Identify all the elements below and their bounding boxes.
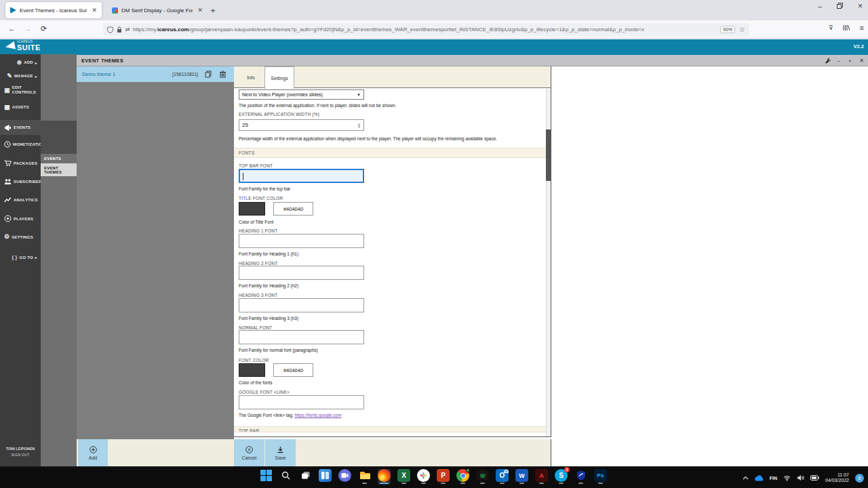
sidebar-item-packages[interactable]: PACKAGES xyxy=(0,157,41,169)
wrench-icon[interactable] xyxy=(825,58,831,64)
new-tab-button[interactable]: ＋ xyxy=(209,5,217,16)
reload-icon[interactable]: ⟳ xyxy=(41,24,47,33)
sidebar-item-manage[interactable]: ✎ MANAGE▸ xyxy=(0,71,41,81)
heading2-font-input[interactable] xyxy=(239,266,364,280)
number-stepper-icon[interactable]: ▲▼ xyxy=(357,123,361,128)
photoshop-button[interactable]: Ps xyxy=(594,469,607,485)
heading1-font-input[interactable] xyxy=(239,234,364,248)
spotify-button[interactable] xyxy=(476,469,489,485)
skype-button[interactable]: S1 xyxy=(555,469,568,485)
tab-settings[interactable]: Settings xyxy=(264,66,294,89)
form-scrollbar-thumb[interactable] xyxy=(546,129,551,181)
title-font-color-swatch[interactable] xyxy=(239,202,265,216)
tab-close-icon[interactable]: ✕ xyxy=(197,7,203,14)
save-button[interactable]: Save xyxy=(265,439,296,466)
forward-icon[interactable]: → xyxy=(24,24,32,33)
start-button[interactable] xyxy=(260,469,273,485)
minimize-portlet-icon[interactable]: – xyxy=(837,58,840,64)
window-minimize-button[interactable]: – xyxy=(818,3,822,10)
browser-tab-event-themes[interactable]: Event Themes - Icareus Suite ✕ xyxy=(5,2,102,18)
tab-info[interactable]: Info xyxy=(239,66,263,88)
icareus-suite-logo[interactable]: ICAREUS SUITE xyxy=(5,41,41,52)
clock[interactable]: 11:07 04/03/2022 xyxy=(825,472,849,483)
google-fonts-link[interactable]: https://fonts.google.com xyxy=(294,413,341,418)
bookmark-star-icon[interactable]: ☆ xyxy=(739,26,745,33)
heading3-font-label: HEADING 3 FONT xyxy=(239,293,277,298)
volume-icon[interactable] xyxy=(797,474,804,481)
teams-chat-button[interactable] xyxy=(338,469,351,485)
wifi-icon[interactable] xyxy=(783,475,791,481)
file-explorer-button[interactable] xyxy=(358,469,371,485)
external-app-position-select[interactable]: Next to Video Player (overrides slides) … xyxy=(239,89,364,100)
acrobat-button[interactable]: A xyxy=(535,469,548,485)
task-view-button[interactable] xyxy=(299,469,312,485)
browser-tab-google-fonts[interactable]: DM Serif Display - Google Fonts ✕ xyxy=(107,2,208,18)
title-font-color-input[interactable]: #404040 xyxy=(273,202,313,216)
slack-button[interactable] xyxy=(417,469,430,485)
heading3-font-input[interactable] xyxy=(239,298,364,312)
close-portlet-icon[interactable]: ✕ xyxy=(859,58,864,64)
google-font-input[interactable] xyxy=(239,395,364,409)
shield-icon[interactable] xyxy=(107,26,113,33)
external-width-input[interactable]: 25 ▲▼ xyxy=(239,119,364,131)
normal-font-input[interactable] xyxy=(239,330,364,344)
window-restore-button[interactable] xyxy=(837,3,843,10)
search-button[interactable] xyxy=(279,469,292,485)
theme-name[interactable]: Demo theme 1 xyxy=(82,71,172,77)
font-color-swatch[interactable] xyxy=(239,363,265,377)
container-tab-icon[interactable]: ⇄ xyxy=(125,26,130,33)
firefox-button[interactable] xyxy=(378,469,391,485)
firefox-icon xyxy=(378,469,391,482)
submenu-item-event-themes[interactable]: EVENT THEMES xyxy=(41,163,77,176)
library-icon[interactable] xyxy=(843,24,850,31)
chrome-button[interactable] xyxy=(456,469,469,485)
font-color-input[interactable]: #404040 xyxy=(273,363,313,377)
battery-icon[interactable] xyxy=(810,475,819,481)
sidebar-item-go-to[interactable]: { } GO TO▸ xyxy=(0,251,41,263)
sidebar-item-settings[interactable]: ⚙ SETTINGS xyxy=(0,230,41,243)
duplicate-icon[interactable] xyxy=(205,70,212,78)
submenu-item-events[interactable]: EVENTS xyxy=(41,154,77,163)
sign-out-link[interactable]: SIGN OUT xyxy=(0,453,41,457)
pencil-icon: ✎ xyxy=(7,73,12,79)
delete-icon[interactable] xyxy=(220,70,226,78)
sidebar-item-players[interactable]: PLAYERS xyxy=(0,212,41,225)
url-bar[interactable]: ⇄ https://my.icareus.com/group/jarvenpaa… xyxy=(103,23,749,36)
sidebar-item-analytics[interactable]: ANALYTICS xyxy=(0,194,41,206)
back-icon[interactable]: ← xyxy=(8,24,16,33)
chevron-right-icon: ▸ xyxy=(35,74,37,79)
sidebar-item-events[interactable]: EVENTS xyxy=(0,120,41,135)
notification-count-badge[interactable]: 6 xyxy=(855,474,864,483)
language-indicator[interactable]: FIN xyxy=(770,476,777,481)
sidebar-item-add[interactable]: ⊕ ADD▸ xyxy=(0,58,41,67)
excel-button[interactable]: X xyxy=(397,469,410,485)
cancel-button[interactable]: Cancel xyxy=(234,439,264,466)
lock-icon[interactable] xyxy=(117,26,122,33)
sidebar-item-subscribers[interactable]: SUBSCRIBERS xyxy=(0,175,41,188)
sidebar-item-monetization[interactable]: MONETIZATION xyxy=(0,138,41,150)
window-close-button[interactable]: × xyxy=(858,1,863,11)
powerpoint-button[interactable]: P xyxy=(437,469,450,485)
widgets-button[interactable] xyxy=(319,469,332,485)
pocket-icon[interactable]: ⊽ xyxy=(829,24,833,31)
gear-icon: ⚙ xyxy=(4,234,9,240)
zoom-level-badge[interactable]: 90% xyxy=(720,26,735,33)
tab-close-icon[interactable]: ✕ xyxy=(92,7,97,14)
theme-list-item-selected[interactable]: Demo theme 1 [156110811] xyxy=(77,66,234,82)
powerpoint-icon: P xyxy=(437,469,450,482)
outlook-button[interactable]: O xyxy=(496,469,509,485)
sidebar-item-assets[interactable]: ▦ ASSETS xyxy=(0,101,41,113)
sidebar-item-edit-controls[interactable]: ▣ EDIT CONTROLS xyxy=(0,83,41,98)
tray-expand-icon[interactable] xyxy=(743,476,749,480)
f-secure-button[interactable] xyxy=(574,469,587,485)
form-scrollbar[interactable] xyxy=(546,89,551,437)
maximize-portlet-icon[interactable]: ＋ xyxy=(847,57,852,64)
chevron-down-icon: ▼ xyxy=(357,93,361,97)
onedrive-icon[interactable] xyxy=(755,475,764,481)
word-button[interactable]: W xyxy=(515,469,528,485)
top-bar-font-input[interactable] xyxy=(239,169,364,183)
url-text[interactable]: https://my.icareus.com/group/jarvenpaan-… xyxy=(133,26,716,33)
menu-icon[interactable]: ≡ xyxy=(860,24,864,32)
chrome-notification-dot xyxy=(466,468,470,472)
add-button[interactable]: Add xyxy=(78,439,108,466)
